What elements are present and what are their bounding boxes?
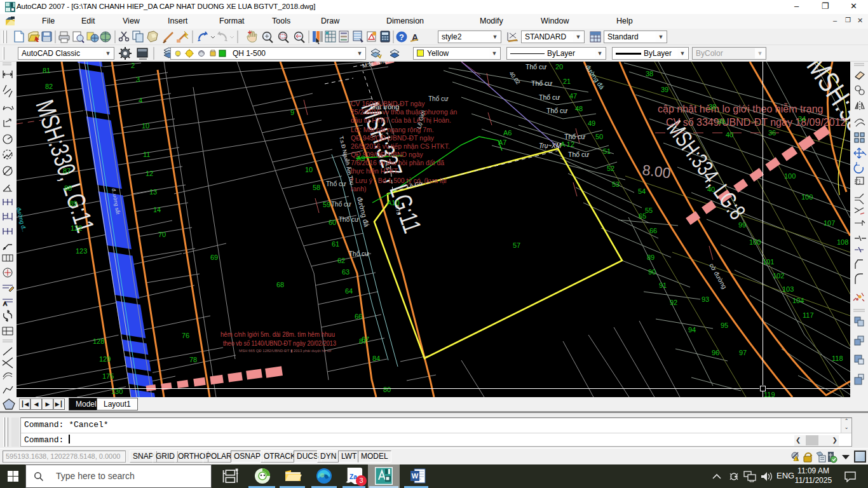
svg-text:13: 13 [149, 188, 157, 196]
svg-text:76: 76 [182, 332, 189, 339]
svg-text:40: 40 [707, 186, 715, 193]
svg-text:A 12: A 12 [560, 140, 574, 148]
svg-text:hẻm c/nh lgiới 5m. dài 28m. tì: hẻm c/nh lgiới 5m. dài 28m. tìm hẻm hhuu [220, 331, 335, 338]
svg-text:87: 87 [359, 337, 367, 345]
svg-text:107: 107 [824, 219, 835, 227]
svg-text:2: 2 [131, 62, 135, 69]
svg-text:12: 12 [146, 170, 153, 177]
svg-text:26/5/2016 vv tiếp nhận CS HTKT: 26/5/2016 vv tiếp nhận CS HTKT. [351, 142, 450, 150]
svg-text:49: 49 [588, 119, 595, 127]
svg-text:Thổ cư: Thổ cư [564, 133, 585, 140]
svg-text:100: 100 [801, 193, 813, 201]
svg-text:theo vb số 1140/UBND-ĐT ngày 2: theo vb số 1140/UBND-ĐT ngày 20/02/2013 [223, 340, 336, 347]
svg-text:40: 40 [726, 131, 733, 139]
svg-text:Trụ~XM: Trụ~XM [539, 142, 562, 149]
svg-text:123: 123 [76, 247, 87, 255]
svg-text:62: 62 [337, 257, 345, 264]
svg-text:96: 96 [712, 349, 719, 356]
svg-text:A: A [3, 301, 7, 307]
svg-text:97: 97 [739, 349, 747, 356]
svg-text:38: 38 [709, 103, 716, 111]
svg-text:92: 92 [670, 299, 677, 306]
svg-text:82: 82 [45, 83, 53, 90]
svg-text:53: 53 [612, 180, 620, 188]
svg-text:A6: A6 [503, 129, 512, 137]
svg-text:Thổ cư: Thổ cư [531, 79, 552, 87]
svg-text:69: 69 [210, 254, 218, 261]
svg-text:8.00: 8.00 [641, 161, 672, 181]
svg-text:10: 10 [305, 166, 313, 173]
svg-text:11: 11 [143, 151, 150, 158]
svg-text:36: 36 [768, 129, 776, 137]
svg-text:66: 66 [355, 313, 362, 320]
svg-text:95: 95 [721, 322, 728, 329]
svg-text:đầu tư HTKT của bà Lê Thị Hoàn: đầu tư HTKT của bà Lê Thị Hoàn. [351, 116, 451, 124]
svg-text:Thổ cư: Thổ cư [539, 93, 560, 101]
svg-text:A9: A9 [356, 154, 365, 162]
svg-text:119: 119 [764, 391, 775, 397]
svg-text:38: 38 [646, 70, 653, 78]
svg-text:MSH 665 QĐ 1282/UBND-ĐT ▮ 2013: MSH 665 QĐ 1282/UBND-ĐT ▮ 2013 phải duyệ… [239, 349, 332, 353]
svg-text:!: ! [796, 456, 798, 462]
svg-text:51: 51 [603, 147, 611, 155]
svg-text:48: 48 [575, 105, 583, 112]
svg-text:W: W [412, 472, 419, 480]
svg-text:65: 65 [639, 212, 646, 220]
svg-text:70: 70 [158, 231, 166, 238]
svg-text:Thổ cư: Thổ cư [568, 151, 589, 158]
svg-text:122: 122 [71, 224, 82, 232]
svg-text:104: 104 [792, 297, 804, 304]
svg-text:39: 39 [717, 118, 725, 125]
svg-text:54: 54 [638, 187, 646, 195]
svg-text:57: 57 [513, 241, 520, 249]
svg-text:Thổ cư: Thổ cư [331, 201, 351, 208]
svg-text:ranh): ranh) [351, 185, 367, 193]
svg-text:47: 47 [569, 92, 577, 100]
svg-text:68: 68 [276, 281, 284, 288]
svg-text:58: 58 [313, 184, 320, 191]
svg-text:108: 108 [837, 238, 848, 246]
svg-text:34: 34 [798, 115, 806, 123]
svg-text:20: 20 [555, 63, 563, 71]
svg-text:CV 1603/UBND-ĐT ngày: CV 1603/UBND-ĐT ngày [351, 100, 425, 107]
svg-text:4: 4 [139, 97, 142, 104]
svg-text:103: 103 [782, 285, 794, 293]
svg-text:* Lưu ý : Bđ 1.500 tỷ có. (kưa: * Lưu ý : Bđ 1.500 tỷ có. (kưa lại [351, 177, 447, 184]
svg-text:100: 100 [749, 238, 761, 246]
svg-text:10: 10 [142, 122, 149, 130]
svg-text:102: 102 [773, 272, 784, 280]
svg-text:9: 9 [290, 109, 294, 116]
svg-text:118: 118 [832, 355, 843, 362]
svg-text:thực hiện HTKT.: thực hiện HTKT. [351, 167, 399, 175]
svg-text:90: 90 [648, 268, 656, 276]
svg-text:61: 61 [332, 240, 339, 248]
svg-text:89: 89 [647, 254, 654, 261]
svg-text:88: 88 [64, 184, 72, 192]
svg-text:63: 63 [342, 268, 349, 276]
svg-text:66: 66 [649, 227, 657, 234]
svg-text:50: 50 [595, 133, 603, 140]
svg-text:64: 64 [345, 287, 353, 295]
svg-text:117: 117 [803, 311, 814, 319]
svg-text:Thổ cư: Thổ cư [326, 180, 346, 187]
svg-text:81: 81 [43, 67, 50, 74]
svg-text:LG: Mặt cắt ngang rộng 7m.: LG: Mặt cắt ngang rộng 7m. [351, 126, 434, 133]
svg-text:89: 89 [69, 200, 77, 207]
svg-text:101: 101 [763, 258, 774, 266]
svg-text:39: 39 [661, 86, 668, 93]
svg-text:128: 128 [93, 337, 104, 345]
svg-text:14: 14 [153, 206, 161, 214]
svg-text:59: 59 [323, 201, 330, 208]
svg-text:Thổ cư: Thổ cư [546, 107, 567, 114]
svg-text:CV số 3349/UBND-ĐT ngày 18/09/: CV số 3349/UBND-ĐT ngày 18/09/2012 [666, 117, 846, 128]
svg-text:87: 87 [63, 167, 71, 175]
svg-text:175: 175 [102, 372, 114, 380]
svg-text:25/2/2016 vv thỏa thuận phương: 25/2/2016 vv thỏa thuận phương án [351, 108, 458, 116]
svg-text:QĐ 945/QĐ-UBND-ĐT ngày: QĐ 945/QĐ-UBND-ĐT ngày [351, 134, 435, 142]
svg-text:21: 21 [563, 78, 571, 85]
svg-text:100: 100 [784, 172, 796, 180]
svg-text:94: 94 [688, 326, 696, 334]
svg-text:Thổ cư: Thổ cư [349, 250, 369, 257]
svg-text:99: 99 [738, 221, 746, 229]
svg-text:78: 78 [189, 356, 197, 363]
